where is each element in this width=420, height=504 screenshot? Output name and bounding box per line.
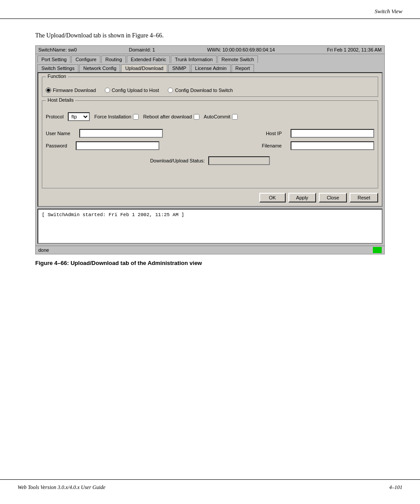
reboot-checkbox[interactable]	[194, 114, 199, 120]
tab-extended-fabric[interactable]: Extended Fabric	[127, 55, 170, 63]
app-titlebar: SwitchName: sw0 DomainId: 1 WWN: 10:00:0…	[36, 46, 384, 54]
force-installation-checkbox[interactable]	[133, 114, 139, 120]
page-footer: Web Tools Version 3.0.x/4.0.x User Guide…	[0, 479, 420, 491]
config-download-option[interactable]: Config Download to Switch	[168, 88, 232, 93]
config-download-radio[interactable]	[168, 88, 173, 93]
autocommit-option[interactable]: AutoCommit	[204, 114, 238, 120]
status-row: Download/Upload Status:	[46, 156, 374, 165]
function-radio-row: Firmware Download Config Upload to Host …	[46, 83, 374, 93]
filename-field-pair: Filename	[262, 141, 374, 150]
autocommit-label: AutoCommit	[204, 114, 231, 119]
username-field-pair: User Name	[46, 129, 163, 138]
reset-button[interactable]: Reset	[350, 193, 378, 202]
hostip-field-pair: Host IP	[266, 129, 374, 138]
host-ip-label: Host IP	[266, 131, 282, 136]
header-title: Switch View	[375, 8, 402, 15]
wwn: WWN: 10:00:00:60:69:80:04:14	[207, 47, 275, 52]
tab-report[interactable]: Report	[232, 64, 254, 72]
host-ip-input[interactable]	[291, 129, 374, 138]
tab-row-2: Switch Settings Network Config Upload/Do…	[36, 63, 384, 72]
tab-license-admin[interactable]: License Admin	[191, 64, 231, 72]
tab-row-1: Port Setting Configure Routing Extended …	[36, 54, 384, 63]
tab-snmp[interactable]: SNMP	[168, 64, 190, 72]
log-text: [ SwitchAdmin started: Fri Feb 1 2002, 1…	[42, 212, 184, 217]
filename-input[interactable]	[291, 141, 374, 150]
host-details-label: Host Details	[46, 97, 75, 103]
filename-label: Filename	[262, 143, 282, 148]
tab-upload-download[interactable]: Upload/Download	[121, 64, 167, 72]
host-details-group: Host Details Protocol ftp scp Force Inst…	[42, 100, 378, 188]
status-label: Download/Upload Status:	[150, 158, 205, 163]
figure-caption: Figure 4–66: Upload/Download tab of the …	[0, 254, 420, 275]
force-installation-label: Force Installation	[94, 114, 131, 119]
password-field-pair: Password	[46, 141, 159, 150]
intro-text: The Upload/Download tab is shown in Figu…	[0, 19, 420, 45]
tab-rows-wrapper: Port Setting Configure Routing Extended …	[36, 54, 384, 72]
tab-routing[interactable]: Routing	[101, 55, 126, 63]
tab-port-setting[interactable]: Port Setting	[37, 55, 70, 63]
screenshot-container: SwitchName: sw0 DomainId: 1 WWN: 10:00:0…	[35, 45, 385, 254]
datetime: Fri Feb 1 2002, 11:36 AM	[327, 47, 382, 52]
config-upload-option[interactable]: Config Upload to Host	[105, 88, 159, 93]
status-bar: done	[36, 246, 384, 254]
host-details-protocol-row: Protocol ftp scp Force Installation Rebo…	[46, 107, 374, 121]
status-display	[208, 156, 270, 165]
footer-left: Web Tools Version 3.0.x/4.0.x User Guide	[18, 484, 105, 491]
status-bar-text: done	[38, 247, 49, 253]
function-group-label: Function	[46, 74, 68, 79]
autocommit-checkbox[interactable]	[232, 114, 238, 120]
username-input[interactable]	[79, 129, 163, 138]
tab-network-config[interactable]: Network Config	[79, 64, 120, 72]
ok-button[interactable]: OK	[259, 193, 286, 202]
reboot-option[interactable]: Reboot after download	[143, 114, 199, 120]
config-upload-label: Config Upload to Host	[112, 88, 159, 93]
switchname: SwitchName: sw0	[38, 47, 77, 52]
password-label: Password	[46, 143, 67, 148]
close-button[interactable]: Close	[319, 193, 347, 202]
function-group: Function Firmware Download Config Upload…	[42, 77, 378, 97]
apply-button[interactable]: Apply	[288, 193, 317, 202]
username-label: User Name	[46, 131, 70, 136]
tab-trunk-information[interactable]: Trunk Information	[171, 55, 217, 63]
page-header: Switch View	[0, 0, 420, 19]
force-installation-option[interactable]: Force Installation	[94, 114, 139, 120]
reboot-label: Reboot after download	[143, 114, 192, 119]
tab-configure[interactable]: Configure	[71, 55, 100, 63]
config-upload-radio[interactable]	[105, 88, 110, 93]
password-input[interactable]	[76, 141, 159, 150]
username-hostip-row: User Name Host IP	[46, 129, 374, 138]
password-filename-row: Password Filename	[46, 141, 374, 150]
protocol-select[interactable]: ftp scp	[68, 112, 90, 121]
tab-remote-switch[interactable]: Remote Switch	[217, 55, 258, 63]
footer-right: 4–101	[389, 484, 402, 491]
firmware-download-radio[interactable]	[46, 88, 51, 93]
config-download-label: Config Download to Switch	[175, 88, 232, 93]
main-content: Function Firmware Download Config Upload…	[37, 72, 383, 207]
firmware-download-option[interactable]: Firmware Download	[46, 88, 96, 93]
status-indicator	[373, 247, 382, 253]
protocol-label: Protocol	[46, 114, 63, 119]
button-row: OK Apply Close Reset	[42, 193, 378, 202]
log-area: [ SwitchAdmin started: Fri Feb 1 2002, 1…	[37, 209, 383, 244]
tab-switch-settings[interactable]: Switch Settings	[37, 64, 78, 72]
domainid: DomainId: 1	[129, 47, 155, 52]
firmware-download-label: Firmware Download	[53, 88, 96, 93]
